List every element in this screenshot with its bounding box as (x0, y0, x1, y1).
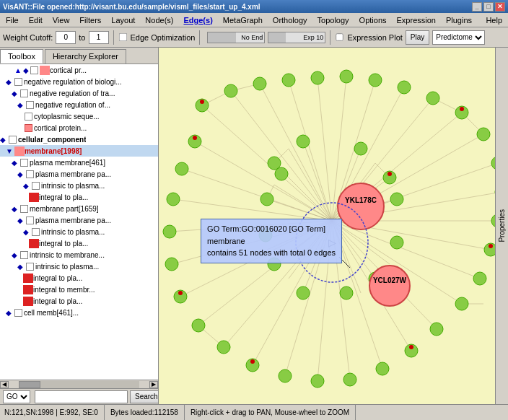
tree-checkbox[interactable] (26, 216, 34, 224)
cutoff-from-input[interactable] (56, 31, 76, 44)
tree-checkbox[interactable] (26, 101, 34, 109)
tree-row[interactable]: ▲ ◆ cortical pr... (0, 64, 158, 76)
tree-row[interactable]: integral to pla... (0, 272, 158, 284)
scrollbar-track[interactable] (19, 381, 139, 388)
go-select[interactable]: GO (3, 390, 30, 403)
tree-row[interactable]: cortical protein... (0, 122, 158, 134)
network-area[interactable]: Network (159, 48, 508, 404)
tree-checkbox[interactable] (20, 159, 28, 167)
node-box-red (23, 297, 33, 306)
tree-row[interactable]: ◆ negative regulation of biologi... (0, 76, 158, 87)
minimize-button[interactable]: _ (472, 2, 482, 12)
tree-checkbox[interactable] (25, 113, 32, 121)
menu-layout[interactable]: Layout (107, 14, 139, 27)
tree-row[interactable]: ◆ intrinsic to plasma... (0, 261, 158, 272)
tree-checkbox[interactable] (26, 170, 34, 178)
tree-row[interactable]: integral to pla... (0, 237, 158, 249)
slider-box[interactable]: No End (207, 32, 265, 43)
tree-row[interactable]: integral to membr... (0, 284, 158, 295)
menu-options[interactable]: Options (355, 14, 391, 27)
tree-item-label: integral to pla... (39, 193, 88, 201)
tree-item-label: intrinsic to plasma... (41, 182, 105, 190)
tree-row[interactable]: cytoplasmic seque... (0, 110, 158, 122)
window-controls: _ □ ✕ (472, 2, 505, 12)
maximize-button[interactable]: □ (483, 2, 494, 12)
tree-item-label: cellular_component (18, 136, 86, 144)
expr-plot-checkbox[interactable] (336, 33, 343, 40)
svg-point-107 (409, 345, 413, 349)
diamond-icon: ◆ (0, 136, 6, 144)
svg-point-104 (460, 107, 464, 111)
svg-point-92 (354, 142, 367, 155)
tree-checkbox[interactable] (25, 124, 32, 132)
tree-checkbox[interactable] (20, 89, 28, 97)
tree-checkbox[interactable] (9, 136, 17, 144)
close-button[interactable]: ✕ (495, 2, 505, 12)
tree-checkbox[interactable] (32, 228, 40, 236)
tab-hierarchy[interactable]: Hierarchy Explorer (45, 49, 126, 64)
tree-checkbox[interactable] (32, 182, 40, 190)
menu-orthology[interactable]: Orthology (268, 14, 312, 27)
tree-row[interactable]: ◆ intrinsic to plasma... (0, 180, 158, 191)
menu-file[interactable]: File (1, 14, 23, 27)
toolbar: Weight Cutoff: to Edge Optimization No E… (0, 27, 508, 48)
tree-row[interactable]: ◆ plasma membrane[461] (0, 157, 158, 168)
tree-checkbox[interactable] (26, 263, 34, 271)
menu-nodes[interactable]: Node(s) (141, 14, 178, 27)
tree-checkbox[interactable] (20, 205, 28, 213)
menu-edit[interactable]: Edit (25, 14, 47, 27)
menu-view[interactable]: View (48, 14, 74, 27)
edge-opt-checkbox[interactable] (118, 33, 127, 42)
menu-plugins[interactable]: Plugins (442, 14, 476, 27)
search-button[interactable]: Search (130, 390, 159, 403)
tree-row[interactable]: ◆ intrinsic to membrane... (0, 249, 158, 261)
tree-checkbox[interactable] (14, 78, 22, 86)
tree-row[interactable]: ◆ intrinsic to plasma... (0, 226, 158, 237)
network-canvas[interactable]: YKL178C YCL027W ▷ (159, 48, 508, 404)
menu-help[interactable]: Help (481, 14, 507, 27)
tree-item-label: negative regulation of... (35, 101, 110, 109)
tree-row[interactable]: ◆ plasma membrane pa... (0, 214, 158, 226)
tree-row[interactable]: integral to pla... (0, 191, 158, 203)
scrollbar-thumb[interactable] (19, 381, 40, 388)
scroll-right-button[interactable]: ▶ (149, 381, 158, 388)
exp10-box[interactable]: Exp 10 (268, 32, 325, 43)
menu-metagraph[interactable]: MetaGraph (219, 14, 267, 27)
scroll-left-button[interactable]: ◀ (0, 381, 9, 388)
diamond-icon: ◆ (12, 251, 17, 259)
play-button[interactable]: Play (406, 30, 429, 45)
tree-row[interactable]: ◆ negative regulation of... (0, 99, 158, 110)
tree-area[interactable]: ▲ ◆ cortical pr... ◆ negative regulation… (0, 64, 158, 380)
status-hint: Right-click + drag to PAN, Mouse-wheel t… (190, 408, 349, 416)
cutoff-to-input[interactable] (89, 31, 109, 44)
tree-row[interactable]: ◆ membrane part[1659] (0, 203, 158, 214)
diamond-icon: ◆ (17, 216, 23, 224)
node-box-red (29, 193, 39, 202)
tree-item-label: intrinsic to membrane... (30, 251, 105, 259)
tree-row[interactable]: ◆ cellular_component (0, 134, 158, 145)
tree-row[interactable]: ◆ negative regulation of tra... (0, 87, 158, 99)
menu-topology[interactable]: Topology (313, 14, 354, 27)
tree-item-label: integral to pla... (33, 297, 82, 305)
tree-item-label: intrinsic to plasma... (41, 228, 105, 236)
tab-toolbox[interactable]: Toolbox (0, 49, 43, 64)
tree-item-label: membrane part[1659] (30, 205, 99, 213)
status-nodes: N:121,SN:1998 | E:992, SE:0 (4, 408, 98, 416)
horizontal-scrollbar[interactable]: ◀ ▶ (0, 380, 158, 388)
svg-point-66 (426, 92, 439, 105)
tree-row[interactable]: ◆ plasma membrane pa... (0, 168, 158, 180)
tree-row[interactable]: integral to pla... (0, 295, 158, 307)
menu-filters[interactable]: Filters (75, 14, 105, 27)
predictome-select[interactable]: Predictome (432, 30, 485, 45)
svg-point-65 (398, 81, 411, 94)
search-input[interactable] (35, 390, 128, 403)
menu-edges[interactable]: Edge(s) (179, 14, 216, 27)
properties-label[interactable]: Properties (498, 209, 506, 242)
menu-expression[interactable]: Expression (393, 14, 440, 27)
tree-checkbox[interactable] (14, 309, 22, 317)
tree-row[interactable]: ◆ cell memb[461]... (0, 307, 158, 318)
diamond-icon: ◆ (6, 78, 12, 86)
tree-checkbox[interactable] (30, 66, 38, 74)
tree-row-membrane[interactable]: ▼ membrane[1998] (0, 145, 158, 157)
tree-checkbox[interactable] (20, 251, 28, 259)
